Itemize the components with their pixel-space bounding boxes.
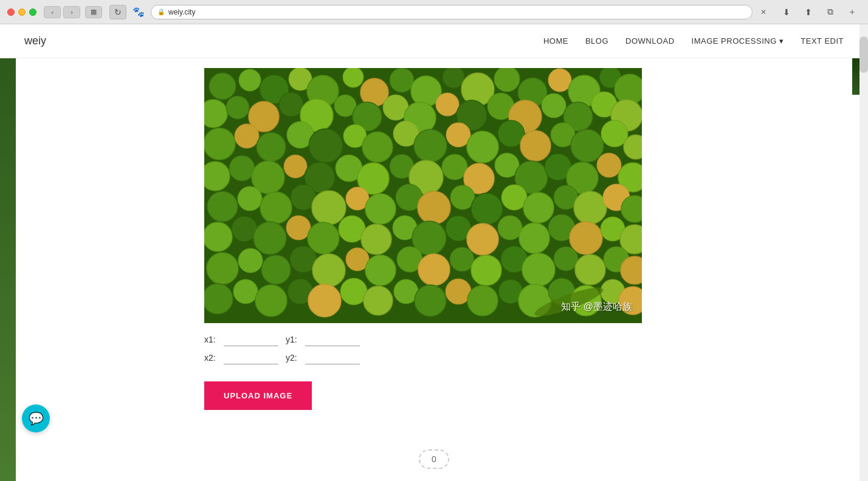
site-logo[interactable]: weiy — [24, 35, 46, 47]
chat-bubble-button[interactable]: 💬 — [22, 404, 50, 432]
svg-point-128 — [415, 285, 446, 316]
svg-point-97 — [498, 216, 522, 240]
nav-text-edit[interactable]: TEXT EDIT — [801, 36, 844, 46]
svg-point-19 — [226, 96, 249, 119]
svg-point-49 — [571, 129, 604, 162]
x1-input[interactable] — [224, 333, 278, 346]
chevron-left-icon: ‹ — [51, 9, 53, 16]
extension-icon: 🐾 — [133, 6, 145, 18]
svg-point-100 — [570, 222, 602, 254]
svg-point-6 — [343, 68, 363, 87]
nav-image-processing[interactable]: IMAGE PROCESSING ▾ — [692, 36, 784, 46]
y2-input[interactable] — [305, 351, 360, 364]
maximize-button[interactable] — [29, 9, 36, 16]
svg-point-122 — [255, 285, 287, 316]
share-button[interactable]: ⬆ — [800, 5, 817, 19]
nav-buttons: ‹ › — [44, 6, 80, 18]
y1-label: y1: — [286, 335, 298, 344]
main-content: 知乎 @墨迹哈族 x1: y1: x2: y2: UPLOAD IMAGE — [0, 58, 868, 481]
close-tab-button[interactable]: ✕ — [756, 5, 771, 19]
url-text: weiy.city — [168, 8, 195, 16]
svg-point-77 — [418, 191, 450, 224]
x2-input[interactable] — [224, 351, 278, 364]
coord-row-1: x1: y1: — [204, 333, 360, 346]
svg-point-121 — [233, 279, 258, 304]
svg-point-52 — [204, 162, 230, 191]
window-chrome: ‹ › ▦ ↻ 🐾 🔒 weiy.city ✕ ⬇ ⬆ ⧉ ＋ — [0, 0, 868, 24]
x2-label: x2: — [204, 353, 216, 363]
svg-point-103 — [207, 253, 238, 284]
svg-point-115 — [522, 253, 555, 286]
svg-point-53 — [229, 155, 255, 181]
svg-point-14 — [548, 69, 571, 92]
scrollbar-thumb[interactable] — [859, 36, 868, 73]
svg-point-105 — [261, 255, 291, 284]
svg-point-12 — [494, 68, 520, 92]
svg-point-37 — [257, 132, 286, 162]
svg-point-124 — [308, 284, 341, 317]
fruit-image[interactable]: 知乎 @墨迹哈族 — [204, 68, 642, 323]
pip-button[interactable]: ⧉ — [822, 5, 839, 19]
svg-point-96 — [467, 223, 498, 255]
svg-point-31 — [542, 94, 566, 118]
extension-button[interactable]: 🐾 — [130, 5, 147, 19]
sidebar-icon: ▦ — [91, 8, 97, 16]
address-bar[interactable]: 🔒 weiy.city — [151, 5, 753, 19]
svg-point-70 — [238, 186, 262, 211]
window-actions: ⬇ ⬆ ⧉ ＋ — [778, 5, 861, 19]
svg-point-39 — [309, 129, 343, 163]
chevron-right-icon: › — [71, 9, 73, 16]
refresh-button[interactable]: ↻ — [109, 5, 126, 19]
badge-value: 0 — [432, 454, 436, 464]
svg-point-47 — [520, 131, 551, 161]
svg-point-86 — [204, 222, 232, 251]
svg-point-104 — [238, 248, 263, 273]
sidebar-toggle-button[interactable]: ▦ — [85, 6, 102, 18]
x1-label: x1: — [204, 335, 216, 344]
svg-point-89 — [286, 216, 311, 240]
svg-point-126 — [363, 286, 393, 315]
image-container: 知乎 @墨迹哈族 x1: y1: x2: y2: UPLOAD IMAGE — [24, 63, 844, 410]
svg-point-45 — [467, 131, 498, 163]
svg-point-69 — [207, 191, 238, 222]
svg-point-112 — [450, 247, 474, 271]
close-button[interactable] — [7, 9, 15, 16]
y2-label: y2: — [286, 353, 298, 363]
svg-point-98 — [519, 223, 549, 253]
image-watermark: 知乎 @墨迹哈族 — [561, 301, 632, 313]
svg-point-130 — [467, 285, 498, 316]
nav-download[interactable]: DOWNLOAD — [625, 36, 675, 46]
forward-button[interactable]: › — [63, 6, 80, 18]
add-button[interactable]: ＋ — [844, 5, 861, 19]
chat-icon: 💬 — [29, 411, 44, 426]
svg-point-111 — [418, 254, 450, 285]
svg-point-113 — [471, 255, 501, 285]
svg-point-116 — [554, 247, 578, 271]
svg-point-92 — [361, 224, 391, 254]
svg-point-81 — [523, 193, 554, 223]
nav-home[interactable]: HOME — [543, 36, 568, 46]
address-bar-area: ↻ 🐾 🔒 weiy.city ✕ — [109, 5, 771, 19]
scrollbar[interactable] — [859, 24, 868, 481]
upload-image-button[interactable]: UPLOAD IMAGE — [204, 381, 312, 410]
svg-point-107 — [312, 254, 345, 287]
svg-point-73 — [312, 191, 346, 225]
lock-icon: 🔒 — [157, 9, 165, 15]
svg-point-1 — [209, 73, 236, 100]
nav-blog[interactable]: BLOG — [585, 36, 608, 46]
svg-point-27 — [436, 93, 459, 116]
svg-point-10 — [443, 68, 464, 88]
svg-point-35 — [204, 128, 235, 160]
download-button[interactable]: ⬇ — [778, 5, 795, 19]
svg-point-120 — [204, 284, 233, 314]
back-button[interactable]: ‹ — [44, 6, 61, 18]
coord-row-2: x2: y2: — [204, 351, 360, 364]
svg-point-79 — [471, 193, 503, 225]
site-header: weiy HOME BLOG DOWNLOAD IMAGE PROCESSING… — [0, 24, 868, 58]
traffic-lights — [7, 9, 36, 16]
y1-input[interactable] — [305, 333, 360, 346]
nav-image-processing-label: IMAGE PROCESSING — [692, 36, 777, 46]
minimize-button[interactable] — [18, 9, 26, 16]
svg-point-71 — [260, 192, 292, 223]
svg-point-18 — [204, 100, 227, 128]
